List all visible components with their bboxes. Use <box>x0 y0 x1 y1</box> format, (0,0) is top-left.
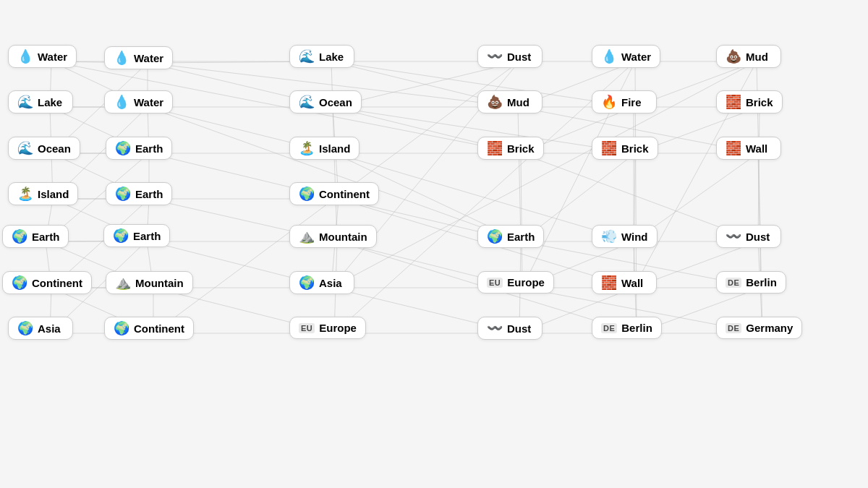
node-label: Mud <box>746 51 768 63</box>
node-label: Berlin <box>746 276 777 288</box>
node-card-fire[interactable]: 🔥Fire <box>592 90 657 114</box>
node-card-mud[interactable]: 💩Mud <box>477 90 542 114</box>
node-label: Wind <box>621 231 648 243</box>
node-icon: 💧 <box>17 50 33 63</box>
node-icon: 〰️ <box>487 50 503 63</box>
canvas-area[interactable]: 💧Water💧Water🌊Lake💧Water🌊Ocean🌍Earth🏝️Isl… <box>0 0 868 488</box>
node-card-earth[interactable]: 🌍Earth <box>477 225 544 248</box>
node-icon: 🌍 <box>12 230 27 243</box>
node-icon: 🌍 <box>12 276 27 289</box>
node-label: Earth <box>133 230 161 242</box>
node-card-earth[interactable]: 🌍Earth <box>106 182 172 205</box>
node-card-continent[interactable]: 🌍Continent <box>2 271 92 294</box>
node-label: Earth <box>135 188 163 200</box>
node-icon: 💩 <box>726 50 741 63</box>
node-label: Continent <box>32 277 82 289</box>
node-icon: 🧱 <box>487 142 503 155</box>
node-card-lake[interactable]: 🌊Lake <box>289 45 354 68</box>
node-card-berlin[interactable]: DEBerlin <box>716 271 786 294</box>
node-icon: 💨 <box>601 230 617 243</box>
node-icon: EU <box>299 323 315 333</box>
node-card-water[interactable]: 💧Water <box>8 45 77 68</box>
node-label: Dust <box>507 322 531 335</box>
node-icon: 🌍 <box>115 187 131 200</box>
node-label: Island <box>38 188 69 200</box>
node-icon: ⛰️ <box>115 276 131 289</box>
node-label: Germany <box>746 322 793 334</box>
node-icon: DE <box>726 278 741 288</box>
node-icon: DE <box>601 323 617 333</box>
node-icon: 🌊 <box>299 95 315 108</box>
node-icon: 🧱 <box>601 142 617 155</box>
node-icon: EU <box>487 278 503 288</box>
node-card-water[interactable]: 💧Water <box>104 46 173 69</box>
node-icon: 🌊 <box>17 142 33 155</box>
node-card-ocean[interactable]: 🌊Ocean <box>8 137 80 160</box>
node-card-water[interactable]: 💧Water <box>104 90 173 114</box>
node-card-brick[interactable]: 🧱Brick <box>716 90 783 114</box>
node-card-island[interactable]: 🏝️Island <box>8 182 78 205</box>
node-card-europe[interactable]: EUEurope <box>289 317 366 339</box>
node-icon: 💧 <box>114 95 129 108</box>
node-icon: 🌊 <box>299 50 315 63</box>
node-card-berlin[interactable]: DEBerlin <box>592 317 662 339</box>
node-icon: 🌍 <box>299 276 315 289</box>
node-card-wall[interactable]: 🧱Wall <box>592 271 657 294</box>
node-card-brick[interactable]: 🧱Brick <box>592 137 658 160</box>
node-icon: ⛰️ <box>299 230 315 243</box>
node-card-germany[interactable]: DEGermany <box>716 317 802 339</box>
node-card-dust[interactable]: 〰️Dust <box>716 225 781 248</box>
node-card-brick[interactable]: 🧱Brick <box>477 137 544 160</box>
node-card-dust[interactable]: 〰️Dust <box>477 45 542 68</box>
node-label: Ocean <box>38 142 71 155</box>
node-card-earth[interactable]: 🌍Earth <box>106 137 172 160</box>
node-icon: 🌍 <box>114 322 129 335</box>
node-icon: 🧱 <box>601 276 617 289</box>
node-icon: 🔥 <box>601 95 617 108</box>
node-label: Brick <box>621 142 649 155</box>
node-label: Asia <box>38 322 61 335</box>
node-icon: 🌍 <box>487 230 503 243</box>
node-card-asia[interactable]: 🌍Asia <box>8 317 73 340</box>
node-label: Dust <box>746 231 770 243</box>
node-label: Earth <box>507 231 535 243</box>
nodes-layer: 💧Water💧Water🌊Lake💧Water🌊Ocean🌍Earth🏝️Isl… <box>0 0 868 488</box>
node-card-continent[interactable]: 🌍Continent <box>289 182 379 205</box>
node-card-mountain[interactable]: ⛰️Mountain <box>106 271 193 294</box>
node-label: Earth <box>32 231 59 243</box>
node-card-dust[interactable]: 〰️Dust <box>477 317 542 340</box>
node-label: Lake <box>38 96 62 108</box>
node-icon: 🧱 <box>726 95 741 108</box>
node-card-wall[interactable]: 🧱Wall <box>716 137 781 160</box>
node-card-asia[interactable]: 🌍Asia <box>289 271 354 294</box>
node-label: Water <box>134 96 163 108</box>
node-card-mud[interactable]: 💩Mud <box>716 45 781 68</box>
node-label: Brick <box>746 96 773 108</box>
node-label: Water <box>621 51 651 63</box>
node-card-lake[interactable]: 🌊Lake <box>8 90 73 114</box>
node-card-wind[interactable]: 💨Wind <box>592 225 658 248</box>
node-icon: 🌍 <box>115 142 131 155</box>
node-icon: DE <box>726 323 741 333</box>
node-card-continent[interactable]: 🌍Continent <box>104 317 194 340</box>
node-icon: 💩 <box>487 95 503 108</box>
node-label: Berlin <box>621 322 652 334</box>
node-label: Europe <box>507 276 545 288</box>
node-icon: 〰️ <box>487 322 503 335</box>
node-label: Continent <box>319 188 370 200</box>
node-label: Dust <box>507 51 531 63</box>
node-label: Mountain <box>135 277 184 289</box>
node-card-ocean[interactable]: 🌊Ocean <box>289 90 362 114</box>
node-card-europe[interactable]: EUEurope <box>477 271 554 294</box>
node-card-earth[interactable]: 🌍Earth <box>2 225 69 248</box>
node-card-water[interactable]: 💧Water <box>592 45 660 68</box>
node-label: Mud <box>507 96 529 108</box>
node-card-island[interactable]: 🏝️Island <box>289 137 359 160</box>
node-icon: 💧 <box>114 51 129 64</box>
node-icon: 🌍 <box>299 187 315 200</box>
node-card-earth[interactable]: 🌍Earth <box>103 224 170 247</box>
node-icon: 💧 <box>601 50 617 63</box>
node-label: Water <box>38 51 67 63</box>
node-label: Mountain <box>319 231 367 243</box>
node-card-mountain[interactable]: ⛰️Mountain <box>289 225 377 248</box>
